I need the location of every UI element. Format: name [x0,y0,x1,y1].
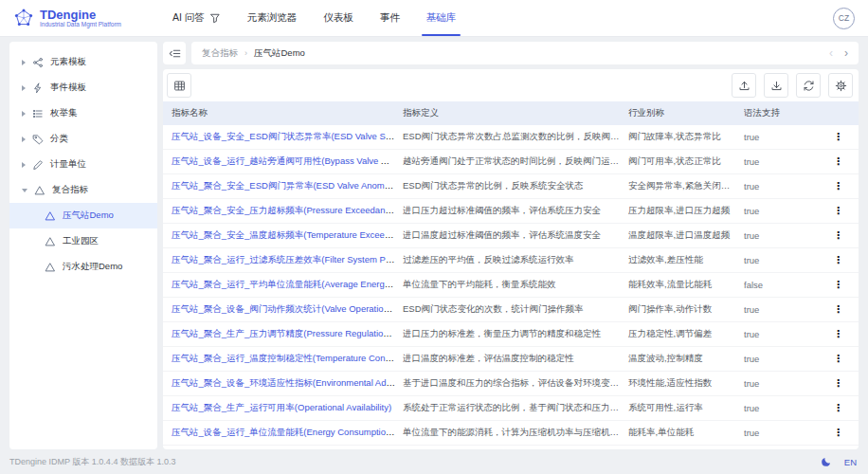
table-row: 压气站_聚合_生产_压力调节精度(Pressure Regulation Acc… [163,322,859,347]
row-actions-menu-icon[interactable]: ⋮ [833,378,843,389]
indicator-name-link[interactable]: 压气站_聚合_设备_环境适应性指标(Environmental Adaptabi… [172,377,403,388]
table-grid-icon [173,80,186,92]
collapse-sidebar-button[interactable] [163,42,186,64]
breadcrumb-parent[interactable]: 复合指标 [202,47,238,60]
row-actions-menu-icon[interactable]: ⋮ [833,354,843,364]
sidebar-item-label: 元素模板 [50,56,86,68]
indicator-alias: 能耗率,单位能耗 [628,427,744,439]
table-row: 压气站_聚合_安全_压力超标频率(Pressure Exceedance Fre… [163,199,859,224]
delta-icon [45,210,56,222]
indicator-name-link[interactable]: 压气站_聚合_生产_运行可用率(Operational Availability… [172,402,391,412]
sidebar-item-label: 计量单位 [50,158,86,171]
row-actions-menu-icon[interactable]: ⋮ [833,428,843,438]
table-body: 压气站_设备_安全_ESD阀门状态异常率(ESD Valve Status An… [163,125,859,446]
indicator-definition: ESD阀门状态异常次数占总监测次数的比例，反映阀门安全状态 [403,131,628,143]
row-actions-menu-icon[interactable]: ⋮ [833,280,843,290]
nav-item-label: 仪表板 [323,11,353,25]
user-avatar[interactable]: CZ [833,8,855,29]
dark-mode-toggle[interactable] [821,456,832,467]
row-actions-menu-icon[interactable]: ⋮ [833,132,843,142]
sidebar-item-3[interactable]: 分类 [9,126,157,152]
nav-item-2[interactable]: 仪表板 [310,0,367,36]
indicator-name-link[interactable]: 压气站_聚合_运行_温度控制稳定性(Temperature Control St… [172,353,403,363]
indicator-definition: 系统处于正常运行状态的比例，基于阀门状态和压力在正常范围 [403,402,628,414]
indicator-panel: 指标名称 指标定义 行业别称 语法支持 压气站_设备_安全_ESD阀门状态异常率… [163,69,859,449]
sidebar-item-label: 枚举集 [50,107,78,119]
nav-item-3[interactable]: 事件 [367,0,413,36]
indicator-alias: 阀门可用率,状态正常比 [628,155,744,168]
sidebar-item-4[interactable]: 计量单位 [9,152,157,177]
sidebar-subitem-0[interactable]: 压气站Demo [9,203,157,228]
indicator-alias: 系统可用性,运行率 [628,402,744,414]
row-actions-menu-icon[interactable]: ⋮ [833,403,843,413]
pencil-icon [32,159,44,171]
indicator-alias: 过滤效率,差压性能 [628,254,744,266]
export-button[interactable] [764,73,788,98]
history-back-arrow[interactable]: ‹ [829,47,833,59]
indicator-name-link[interactable]: 压气站_设备_运行_单位流量能耗(Energy Consumption per … [172,427,403,437]
table-row: 压气站_设备_运行_越站旁通阀可用性(Bypass Valve Availabi… [163,150,859,174]
row-actions-menu-icon[interactable]: ⋮ [833,181,843,191]
indicator-name-link[interactable]: 压气站_聚合_设备_阀门动作频次统计(Valve Operation Frequ… [172,303,403,314]
nav-item-4[interactable]: 基础库 [413,0,470,36]
table-row: 压气站_聚合_安全_温度超标频率(Temperature Exceedance … [163,224,859,248]
refresh-button[interactable] [796,73,821,98]
indicator-definition: 单位流量下的能源消耗，计算为压缩机功率与压缩机转速的比值 [403,427,628,439]
row-actions-menu-icon[interactable]: ⋮ [833,230,843,241]
caret-right-icon[interactable] [22,85,26,91]
delta-icon [45,262,56,273]
indicator-name-link[interactable]: 压气站_聚合_运行_过滤系统压差效率(Filter System Pressur… [172,254,403,264]
sidebar-item-2[interactable]: 枚举集 [9,100,157,126]
brand-subtitle: Industrial Data Mgmt Platform [40,21,121,28]
settings-button[interactable] [828,73,853,98]
indicator-name-link[interactable]: 压气站_聚合_安全_压力超标频率(Pressure Exceedance Fre… [172,205,403,215]
table-row: 压气站_聚合_安全_ESD阀门异常率(ESD Valve Anomaly Rat… [163,174,859,199]
table-view-button[interactable] [167,73,191,98]
row-actions-menu-icon[interactable]: ⋮ [833,206,843,216]
indicator-name-link[interactable]: 压气站_聚合_运行_平均单位流量能耗(Average Energy Consum… [172,279,403,289]
delta-icon [34,185,45,196]
download-icon [770,80,783,92]
sidebar-item-0[interactable]: 元素模板 [9,49,157,75]
syntax-support-value: true [744,181,824,191]
brand-name: TDengine [40,9,121,21]
row-actions-menu-icon[interactable]: ⋮ [833,304,843,315]
sidebar-subitem-2[interactable]: 污水处理Demo [9,254,157,280]
language-toggle[interactable]: EN [844,457,857,467]
column-header-syntax: 语法支持 [744,107,824,119]
nav-item-label: 基础库 [426,11,457,25]
import-button[interactable] [732,73,756,98]
syntax-support-value: true [744,156,824,167]
indicator-alias: 温度波动,控制精度 [628,353,744,365]
caret-down-icon[interactable] [22,189,27,192]
upload-icon [738,80,750,92]
nav-item-0[interactable]: AI 问答 [159,0,234,36]
sidebar-item-5[interactable]: 复合指标 [9,177,157,203]
nav-item-label: AI 问答 [172,11,205,25]
indicator-name-link[interactable]: 压气站_设备_安全_ESD阀门状态异常率(ESD Valve Status An… [172,131,403,141]
indicator-name-link[interactable]: 压气站_聚合_安全_ESD阀门异常率(ESD Valve Anomaly Rat… [172,180,403,191]
column-header-name: 指标名称 [163,107,403,119]
workspace: 元素模板事件模板枚举集分类计量单位复合指标压气站Demo工业园区污水处理Demo… [0,36,868,449]
syntax-support-value: true [744,329,824,339]
nav-item-1[interactable]: 元素浏览器 [234,0,311,36]
indicator-name-link[interactable]: 压气站_聚合_安全_温度超标频率(Temperature Exceedance … [172,229,403,240]
indicator-alias: 能耗效率,流量比能耗 [628,279,744,291]
indicator-name-link[interactable]: 压气站_聚合_生产_压力调节精度(Pressure Regulation Acc… [172,328,403,338]
sidebar-subitem-1[interactable]: 工业园区 [9,228,157,254]
sidebar-item-1[interactable]: 事件模板 [9,75,157,100]
syntax-support-value: true [744,354,824,364]
tdengine-logo-icon [13,8,34,28]
caret-right-icon[interactable] [22,162,26,168]
caret-right-icon[interactable] [22,137,26,142]
indicator-definition: 进口压力的标准差，衡量压力调节的精度和稳定性 [403,328,628,340]
delta-icon [45,236,56,247]
caret-right-icon[interactable] [22,60,26,65]
row-actions-menu-icon[interactable]: ⋮ [833,329,843,339]
row-actions-menu-icon[interactable]: ⋮ [833,156,843,167]
row-actions-menu-icon[interactable]: ⋮ [833,255,843,265]
history-forward-arrow[interactable]: › [844,47,848,59]
breadcrumb-current: 压气站Demo [254,47,305,60]
indicator-name-link[interactable]: 压气站_设备_运行_越站旁通阀可用性(Bypass Valve Availabi… [172,155,403,166]
caret-right-icon[interactable] [22,111,26,117]
